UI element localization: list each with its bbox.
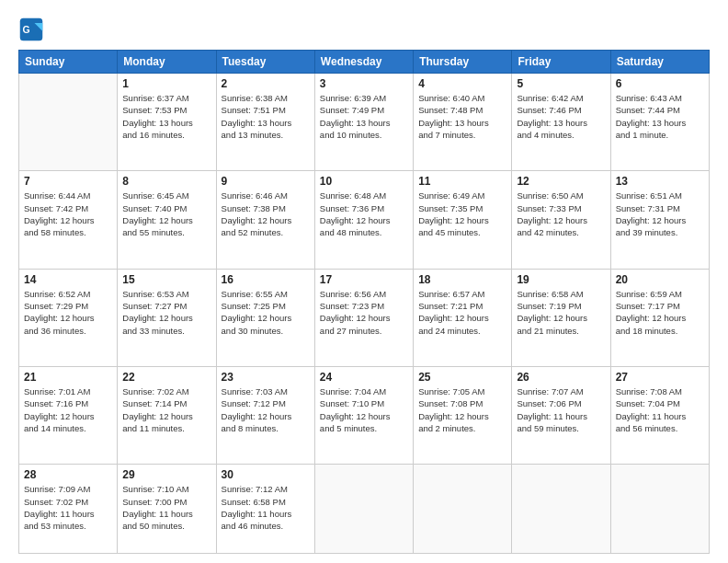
day-number: 12 (517, 175, 605, 188)
calendar-day-cell (610, 465, 709, 554)
day-number: 22 (122, 371, 210, 384)
day-info: Sunrise: 6:53 AMSunset: 7:27 PMDaylight:… (122, 288, 210, 337)
day-info: Sunrise: 7:07 AMSunset: 7:06 PMDaylight:… (517, 385, 605, 434)
day-info: Sunrise: 7:01 AMSunset: 7:16 PMDaylight:… (24, 385, 112, 434)
calendar-day-cell (414, 465, 512, 554)
calendar-day-header: Thursday (414, 51, 512, 74)
calendar-day-cell (19, 74, 118, 171)
calendar-day-cell: 5Sunrise: 6:42 AMSunset: 7:46 PMDaylight… (512, 74, 610, 171)
calendar-day-cell: 18Sunrise: 6:57 AMSunset: 7:21 PMDayligh… (414, 269, 512, 366)
day-info: Sunrise: 6:48 AMSunset: 7:36 PMDaylight:… (320, 190, 408, 238)
day-info: Sunrise: 6:59 AMSunset: 7:17 PMDaylight:… (616, 288, 704, 337)
day-info: Sunrise: 7:03 AMSunset: 7:12 PMDaylight:… (222, 385, 310, 434)
calendar: SundayMondayTuesdayWednesdayThursdayFrid… (18, 50, 710, 554)
calendar-day-cell: 19Sunrise: 6:58 AMSunset: 7:19 PMDayligh… (512, 269, 610, 366)
day-info: Sunrise: 6:46 AMSunset: 7:38 PMDaylight:… (222, 190, 310, 238)
calendar-day-cell: 27Sunrise: 7:08 AMSunset: 7:04 PMDayligh… (610, 366, 709, 464)
day-number: 30 (222, 468, 310, 481)
day-info: Sunrise: 6:55 AMSunset: 7:25 PMDaylight:… (222, 288, 310, 337)
day-info: Sunrise: 7:08 AMSunset: 7:04 PMDaylight:… (616, 385, 704, 434)
calendar-day-cell: 4Sunrise: 6:40 AMSunset: 7:48 PMDaylight… (414, 74, 512, 171)
day-number: 7 (24, 175, 112, 188)
day-info: Sunrise: 6:56 AMSunset: 7:23 PMDaylight:… (320, 288, 408, 337)
day-number: 25 (418, 371, 506, 384)
calendar-day-header: Sunday (19, 51, 118, 74)
day-number: 28 (24, 468, 112, 481)
calendar-day-cell: 28Sunrise: 7:09 AMSunset: 7:02 PMDayligh… (19, 465, 118, 554)
calendar-day-header: Saturday (610, 51, 709, 74)
day-number: 16 (222, 273, 310, 286)
day-number: 18 (418, 273, 506, 286)
day-info: Sunrise: 6:51 AMSunset: 7:31 PMDaylight:… (616, 190, 704, 238)
day-info: Sunrise: 6:58 AMSunset: 7:19 PMDaylight:… (517, 288, 605, 337)
day-info: Sunrise: 6:45 AMSunset: 7:40 PMDaylight:… (122, 190, 210, 238)
day-number: 20 (616, 273, 704, 286)
calendar-week-row: 14Sunrise: 6:52 AMSunset: 7:29 PMDayligh… (19, 269, 710, 366)
calendar-day-cell: 7Sunrise: 6:44 AMSunset: 7:42 PMDaylight… (19, 171, 118, 269)
calendar-day-cell: 9Sunrise: 6:46 AMSunset: 7:38 PMDaylight… (216, 171, 314, 269)
day-number: 6 (616, 77, 704, 90)
logo-icon: G (18, 17, 44, 42)
day-number: 10 (320, 175, 408, 188)
day-number: 9 (222, 175, 310, 188)
calendar-day-cell: 3Sunrise: 6:39 AMSunset: 7:49 PMDaylight… (314, 74, 413, 171)
calendar-day-cell: 25Sunrise: 7:05 AMSunset: 7:08 PMDayligh… (414, 366, 512, 464)
calendar-day-cell: 15Sunrise: 6:53 AMSunset: 7:27 PMDayligh… (118, 269, 216, 366)
day-info: Sunrise: 6:38 AMSunset: 7:51 PMDaylight:… (222, 92, 310, 141)
calendar-day-cell: 13Sunrise: 6:51 AMSunset: 7:31 PMDayligh… (610, 171, 709, 269)
day-number: 24 (320, 371, 408, 384)
calendar-day-cell (314, 465, 413, 554)
day-info: Sunrise: 6:37 AMSunset: 7:53 PMDaylight:… (122, 92, 210, 141)
day-number: 27 (616, 371, 704, 384)
calendar-day-cell: 14Sunrise: 6:52 AMSunset: 7:29 PMDayligh… (19, 269, 118, 366)
day-info: Sunrise: 6:50 AMSunset: 7:33 PMDaylight:… (517, 190, 605, 238)
day-number: 14 (24, 273, 112, 286)
calendar-day-cell: 6Sunrise: 6:43 AMSunset: 7:44 PMDaylight… (610, 74, 709, 171)
day-info: Sunrise: 7:05 AMSunset: 7:08 PMDaylight:… (418, 385, 506, 434)
day-info: Sunrise: 6:49 AMSunset: 7:35 PMDaylight:… (418, 190, 506, 238)
day-number: 1 (122, 77, 210, 90)
calendar-day-cell: 24Sunrise: 7:04 AMSunset: 7:10 PMDayligh… (314, 366, 413, 464)
calendar-header-row: SundayMondayTuesdayWednesdayThursdayFrid… (19, 51, 710, 74)
day-info: Sunrise: 6:43 AMSunset: 7:44 PMDaylight:… (616, 92, 704, 141)
day-number: 23 (222, 371, 310, 384)
day-number: 13 (616, 175, 704, 188)
day-info: Sunrise: 7:02 AMSunset: 7:14 PMDaylight:… (122, 385, 210, 434)
calendar-week-row: 21Sunrise: 7:01 AMSunset: 7:16 PMDayligh… (19, 366, 710, 464)
calendar-day-cell: 1Sunrise: 6:37 AMSunset: 7:53 PMDaylight… (118, 74, 216, 171)
calendar-day-header: Friday (512, 51, 610, 74)
calendar-day-cell: 23Sunrise: 7:03 AMSunset: 7:12 PMDayligh… (216, 366, 314, 464)
calendar-day-cell: 12Sunrise: 6:50 AMSunset: 7:33 PMDayligh… (512, 171, 610, 269)
day-number: 17 (320, 273, 408, 286)
calendar-day-cell: 26Sunrise: 7:07 AMSunset: 7:06 PMDayligh… (512, 366, 610, 464)
calendar-day-cell: 21Sunrise: 7:01 AMSunset: 7:16 PMDayligh… (19, 366, 118, 464)
day-info: Sunrise: 6:40 AMSunset: 7:48 PMDaylight:… (418, 92, 506, 141)
calendar-day-cell: 22Sunrise: 7:02 AMSunset: 7:14 PMDayligh… (118, 366, 216, 464)
day-info: Sunrise: 7:10 AMSunset: 7:00 PMDaylight:… (122, 483, 210, 532)
day-number: 5 (517, 77, 605, 90)
day-number: 11 (418, 175, 506, 188)
logo: G (18, 17, 48, 42)
calendar-day-cell (512, 465, 610, 554)
calendar-day-header: Tuesday (216, 51, 314, 74)
day-number: 8 (122, 175, 210, 188)
day-info: Sunrise: 6:39 AMSunset: 7:49 PMDaylight:… (320, 92, 408, 141)
day-info: Sunrise: 7:04 AMSunset: 7:10 PMDaylight:… (320, 385, 408, 434)
day-number: 15 (122, 273, 210, 286)
calendar-day-cell: 16Sunrise: 6:55 AMSunset: 7:25 PMDayligh… (216, 269, 314, 366)
day-info: Sunrise: 6:44 AMSunset: 7:42 PMDaylight:… (24, 190, 112, 238)
day-info: Sunrise: 7:12 AMSunset: 6:58 PMDaylight:… (222, 483, 310, 532)
calendar-day-cell: 8Sunrise: 6:45 AMSunset: 7:40 PMDaylight… (118, 171, 216, 269)
calendar-week-row: 7Sunrise: 6:44 AMSunset: 7:42 PMDaylight… (19, 171, 710, 269)
day-info: Sunrise: 6:57 AMSunset: 7:21 PMDaylight:… (418, 288, 506, 337)
day-info: Sunrise: 6:42 AMSunset: 7:46 PMDaylight:… (517, 92, 605, 141)
day-number: 26 (517, 371, 605, 384)
day-number: 29 (122, 468, 210, 481)
calendar-day-cell: 30Sunrise: 7:12 AMSunset: 6:58 PMDayligh… (216, 465, 314, 554)
calendar-week-row: 28Sunrise: 7:09 AMSunset: 7:02 PMDayligh… (19, 465, 710, 554)
calendar-day-cell: 20Sunrise: 6:59 AMSunset: 7:17 PMDayligh… (610, 269, 709, 366)
calendar-day-cell: 29Sunrise: 7:10 AMSunset: 7:00 PMDayligh… (118, 465, 216, 554)
calendar-week-row: 1Sunrise: 6:37 AMSunset: 7:53 PMDaylight… (19, 74, 710, 171)
calendar-day-cell: 10Sunrise: 6:48 AMSunset: 7:36 PMDayligh… (314, 171, 413, 269)
calendar-day-header: Monday (118, 51, 216, 74)
